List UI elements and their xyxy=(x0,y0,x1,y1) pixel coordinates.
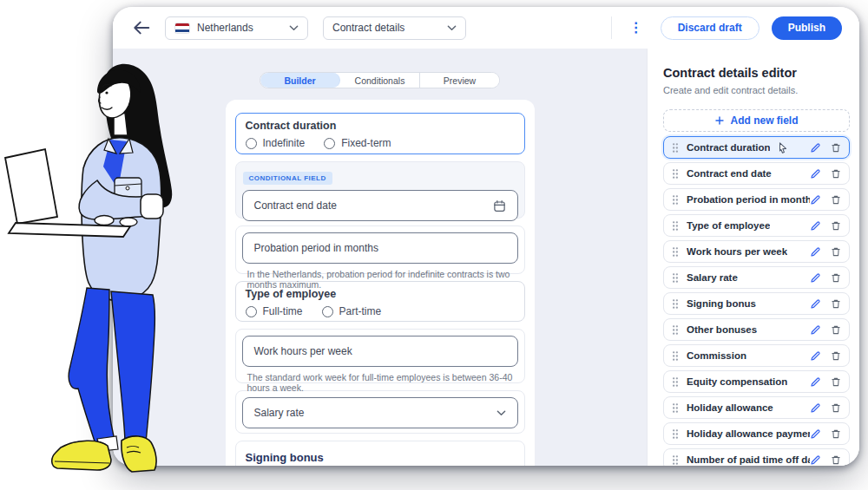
edit-icon[interactable] xyxy=(810,246,821,258)
page: Netherlands Contract details ⋮ Discard d… xyxy=(0,0,868,490)
field-row-holiday-allowance[interactable]: Holiday allowance xyxy=(663,396,850,419)
delete-icon[interactable] xyxy=(831,428,841,440)
edit-icon[interactable] xyxy=(810,350,821,362)
calendar-icon[interactable] xyxy=(493,199,506,212)
field-row-holiday-allowance-payment-frequency[interactable]: Holiday allowance payment fre... xyxy=(663,422,850,445)
drag-handle-icon[interactable] xyxy=(672,246,679,258)
edit-icon[interactable] xyxy=(810,324,821,336)
edit-icon[interactable] xyxy=(810,454,821,466)
field-row-contract-duration[interactable]: Contract duration xyxy=(663,136,850,159)
drag-handle-icon[interactable] xyxy=(672,324,679,336)
more-options-icon[interactable]: ⋮ xyxy=(624,21,648,35)
conditional-field-badge: CONDITIONAL FIELD xyxy=(243,172,332,185)
delete-icon[interactable] xyxy=(831,402,841,414)
country-select-value: Netherlands xyxy=(197,22,289,34)
field-row-salary-rate[interactable]: Salary rate xyxy=(663,266,850,289)
field-row-label: Holiday allowance xyxy=(687,402,773,413)
field-row-label: Commission xyxy=(687,350,746,361)
radio-icon[interactable] xyxy=(246,138,257,149)
document-select[interactable]: Contract details xyxy=(323,16,466,40)
radio-fixed-term[interactable]: Fixed-term xyxy=(324,137,391,149)
edit-icon[interactable] xyxy=(810,168,821,180)
edit-icon[interactable] xyxy=(810,376,821,388)
radio-icon[interactable] xyxy=(324,138,335,149)
field-row-other-bonuses[interactable]: Other bonuses xyxy=(663,318,850,341)
drag-handle-icon[interactable] xyxy=(672,220,679,232)
contract-duration-section[interactable]: Contract duration Indefinite Fixed-term xyxy=(235,113,525,154)
delete-icon[interactable] xyxy=(831,142,841,154)
drag-handle-icon[interactable] xyxy=(672,142,679,154)
delete-icon[interactable] xyxy=(831,246,841,258)
drag-handle-icon[interactable] xyxy=(672,298,679,310)
salary-rate-select[interactable]: Salary rate xyxy=(242,397,518,428)
field-row-paid-time-off-days[interactable]: Number of paid time off days xyxy=(663,448,850,466)
radio-full-time[interactable]: Full-time xyxy=(246,305,303,317)
salary-rate-section: Salary rate xyxy=(235,390,525,434)
delete-icon[interactable] xyxy=(831,220,841,232)
employee-type-section[interactable]: Type of employee Full-time Part-time xyxy=(235,281,525,322)
delete-icon[interactable] xyxy=(831,350,841,362)
delete-icon[interactable] xyxy=(831,454,841,466)
field-row-commission[interactable]: Commission xyxy=(663,344,850,367)
field-row-label: Work hours per week xyxy=(687,246,787,257)
edit-icon[interactable] xyxy=(810,194,821,206)
drag-handle-icon[interactable] xyxy=(672,402,679,414)
add-new-field-label: Add new field xyxy=(731,114,799,127)
probation-input[interactable]: Probation period in months xyxy=(242,232,518,264)
delete-icon[interactable] xyxy=(831,272,841,284)
radio-icon[interactable] xyxy=(246,306,257,317)
conditional-field-section: CONDITIONAL FIELD Contract end date xyxy=(235,161,525,219)
field-row-type-of-employee[interactable]: Type of employee xyxy=(663,214,850,237)
drag-handle-icon[interactable] xyxy=(672,376,679,388)
delete-icon[interactable] xyxy=(831,168,841,180)
edit-icon[interactable] xyxy=(810,142,821,154)
contract-end-date-input[interactable]: Contract end date xyxy=(242,190,518,221)
drag-handle-icon[interactable] xyxy=(672,428,679,440)
drag-handle-icon[interactable] xyxy=(672,272,679,284)
radio-part-time[interactable]: Part-time xyxy=(322,305,382,317)
edit-icon[interactable] xyxy=(810,272,821,284)
drag-handle-icon[interactable] xyxy=(672,194,679,206)
field-row-probation-period[interactable]: Probation period in months xyxy=(663,188,850,211)
probation-section: Probation period in months In the Nether… xyxy=(235,225,525,274)
edit-icon[interactable] xyxy=(810,428,821,440)
work-hours-section: Work hours per week The standard work we… xyxy=(235,329,525,383)
field-row-contract-end-date[interactable]: Contract end date xyxy=(663,162,850,185)
back-button[interactable] xyxy=(132,20,151,36)
edit-icon[interactable] xyxy=(810,298,821,310)
work-hours-input[interactable]: Work hours per week xyxy=(242,336,518,367)
netherlands-flag-icon xyxy=(174,23,190,34)
topbar-divider xyxy=(611,16,612,39)
radio-icon[interactable] xyxy=(322,306,333,317)
field-row-label: Salary rate xyxy=(687,272,738,283)
delete-icon[interactable] xyxy=(831,376,841,388)
tab-preview[interactable]: Preview xyxy=(420,73,499,88)
delete-icon[interactable] xyxy=(831,298,841,310)
delete-icon[interactable] xyxy=(831,324,841,336)
add-new-field-button[interactable]: Add new field xyxy=(663,109,850,132)
drag-handle-icon[interactable] xyxy=(672,350,679,362)
discard-draft-button[interactable]: Discard draft xyxy=(661,16,760,40)
field-row-work-hours[interactable]: Work hours per week xyxy=(663,240,850,263)
field-row-label: Type of employee xyxy=(687,220,770,231)
edit-icon[interactable] xyxy=(810,220,821,232)
drag-handle-icon[interactable] xyxy=(672,168,679,180)
field-row-label: Contract duration xyxy=(687,142,770,153)
publish-button[interactable]: Publish xyxy=(772,16,842,40)
drag-handle-icon[interactable] xyxy=(672,454,679,466)
country-select[interactable]: Netherlands xyxy=(165,16,308,40)
field-row-label: Holiday allowance payment fre... xyxy=(687,428,810,439)
contract-duration-label: Contract duration xyxy=(246,120,515,132)
radio-indefinite-label: Indefinite xyxy=(263,137,306,149)
field-row-equity-compensation[interactable]: Equity compensation xyxy=(663,370,850,393)
edit-icon[interactable] xyxy=(810,402,821,414)
tab-conditionals[interactable]: Conditionals xyxy=(340,73,420,88)
topbar: Netherlands Contract details ⋮ Discard d… xyxy=(113,7,859,49)
field-row-label: Number of paid time off days xyxy=(687,454,810,465)
tab-builder[interactable]: Builder xyxy=(260,73,340,88)
radio-indefinite[interactable]: Indefinite xyxy=(246,137,306,149)
editor-panel-subtitle: Create and edit contract details. xyxy=(663,85,850,95)
delete-icon[interactable] xyxy=(831,194,841,206)
field-row-signing-bonus[interactable]: Signing bonus xyxy=(663,292,850,315)
employee-type-label: Type of employee xyxy=(246,288,515,300)
